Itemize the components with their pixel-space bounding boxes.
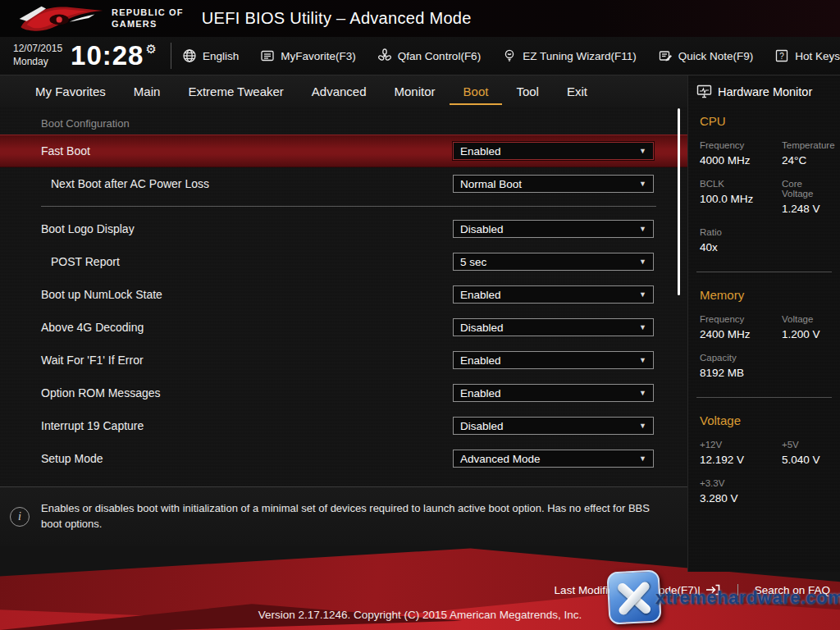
hwm-metric-value: 1.248 V	[782, 203, 835, 215]
globe-icon	[182, 48, 197, 63]
setting-dropdown[interactable]: Normal Boot ▼	[453, 175, 654, 193]
row-divider	[41, 206, 656, 207]
hwm-metric-value: 1.200 V	[782, 328, 835, 340]
setting-row[interactable]: Wait For 'F1' If Error Enabled ▼	[0, 344, 687, 377]
help-bar: i Enables or disables boot with initiali…	[0, 486, 687, 546]
setting-row[interactable]: Fast Boot Enabled ▼	[0, 135, 687, 167]
dropdown-value: Disabled	[460, 420, 639, 432]
hwm-metric-label: Capacity	[700, 353, 782, 363]
title-bar: REPUBLIC OF GAMERS UEFI BIOS Utility – A…	[0, 0, 840, 37]
setting-dropdown[interactable]: Advanced Mode ▼	[453, 450, 654, 468]
qfan-button[interactable]: Qfan Control(F6)	[377, 48, 481, 63]
setting-dropdown[interactable]: Disabled ▼	[453, 417, 654, 435]
setting-dropdown[interactable]: Enabled ▼	[453, 351, 654, 369]
hwm-group: CPU Frequency 4000 MHz Temperature 24°C …	[688, 114, 840, 253]
hwm-metric-value: 24°C	[782, 154, 835, 167]
setting-row[interactable]: Boot up NumLock State Enabled ▼	[0, 278, 687, 311]
hwm-group-title: CPU	[700, 114, 840, 128]
bulb-icon	[502, 48, 517, 63]
tab-monitor[interactable]: Monitor	[381, 78, 450, 105]
hwm-metric-label: Temperature	[782, 140, 835, 150]
hwm-group-title: Voltage	[700, 413, 840, 427]
hwm-metric: Frequency 2400 MHz	[700, 314, 782, 340]
quick-note-button[interactable]: Quick Note(F9)	[658, 48, 754, 63]
dropdown-value: Enabled	[460, 289, 639, 301]
ez-tuning-button[interactable]: EZ Tuning Wizard(F11)	[502, 48, 637, 63]
tab-boot[interactable]: Boot	[450, 78, 503, 105]
hardware-monitor-title: Hardware Monitor	[718, 85, 812, 98]
hwm-metric-label: +12V	[700, 440, 782, 450]
chevron-down-icon: ▼	[639, 454, 646, 463]
chevron-down-icon: ▼	[639, 147, 646, 155]
setting-row[interactable]: Next Boot after AC Power Loss Normal Boo…	[0, 167, 687, 200]
version-text: Version 2.17.1246. Copyright (C) 2015 Am…	[0, 609, 840, 621]
hwm-metric: BCLK 100.0 MHz	[700, 179, 782, 215]
hwm-metric-value: 100.0 MHz	[700, 193, 782, 205]
hwm-metric-label: +5V	[782, 440, 835, 450]
dropdown-value: Enabled	[460, 387, 639, 399]
tab-tool[interactable]: Tool	[502, 78, 553, 105]
setting-row[interactable]: Setup Mode Advanced Mode ▼	[0, 442, 687, 475]
hwm-groups: CPU Frequency 4000 MHz Temperature 24°C …	[688, 114, 840, 504]
hwm-metric: Frequency 4000 MHz	[700, 140, 782, 167]
myfavorite-icon	[260, 48, 275, 63]
note-icon	[658, 48, 673, 63]
setting-label: Interrupt 19 Capture	[41, 419, 144, 432]
hwm-metric-label: Voltage	[782, 314, 835, 324]
hwm-metric-label: +3.3V	[700, 478, 782, 488]
chevron-down-icon: ▼	[639, 258, 646, 266]
language-button[interactable]: English	[182, 48, 239, 63]
setting-dropdown[interactable]: Disabled ▼	[453, 220, 654, 238]
hot-keys-button[interactable]: ? Hot Keys	[774, 48, 840, 63]
hwm-metric-value: 40x	[700, 241, 782, 253]
hwm-metric: Temperature 24°C	[782, 140, 835, 167]
setting-dropdown[interactable]: 5 sec ▼	[453, 253, 654, 271]
tab-extreme-tweaker[interactable]: Extreme Tweaker	[174, 78, 297, 105]
hwm-metric-value: 4000 MHz	[700, 154, 782, 167]
setting-row[interactable]: Boot Logo Display Disabled ▼	[0, 212, 687, 245]
setting-row[interactable]: POST Report 5 sec ▼	[0, 245, 687, 278]
hardware-monitor-panel: Hardware Monitor CPU Frequency 4000 MHz …	[687, 75, 840, 572]
tab-exit[interactable]: Exit	[553, 78, 601, 105]
chevron-down-icon: ▼	[639, 422, 646, 430]
clock: 10:28⚙	[71, 40, 158, 71]
setting-dropdown[interactable]: Enabled ▼	[453, 285, 654, 304]
settings-panel: Boot Configuration Fast Boot Enabled ▼ N…	[0, 107, 687, 546]
date-label: 12/07/2015	[13, 43, 62, 56]
setting-dropdown[interactable]: Enabled ▼	[453, 142, 654, 160]
monitor-icon	[696, 84, 712, 98]
tab-main[interactable]: Main	[120, 78, 175, 105]
chevron-down-icon: ▼	[639, 356, 646, 364]
hwm-divider	[696, 397, 832, 398]
section-title: Boot Configuration	[0, 107, 687, 135]
bios-screen: REPUBLIC OF GAMERS UEFI BIOS Utility – A…	[0, 0, 840, 630]
setting-dropdown[interactable]: Disabled ▼	[453, 318, 654, 336]
hwm-metric-value: 8192 MB	[700, 367, 782, 379]
myfavorite-button[interactable]: MyFavorite(F3)	[260, 48, 356, 63]
setting-label: POST Report	[51, 255, 120, 268]
dropdown-value: Enabled	[460, 354, 639, 367]
dropdown-value: 5 sec	[460, 256, 639, 268]
fan-icon	[377, 48, 392, 63]
setting-row[interactable]: Interrupt 19 Capture Disabled ▼	[0, 409, 687, 442]
gear-icon[interactable]: ⚙	[145, 42, 157, 56]
hwm-metrics: Frequency 4000 MHz Temperature 24°C BCLK…	[688, 128, 840, 253]
chevron-down-icon: ▼	[639, 180, 646, 188]
scrollbar-thumb[interactable]	[678, 108, 680, 295]
svg-text:?: ?	[779, 52, 784, 61]
hwm-metric-value: 3.280 V	[700, 492, 782, 504]
setting-dropdown[interactable]: Enabled ▼	[453, 384, 654, 402]
watermark-logo	[606, 569, 661, 624]
tab-advanced[interactable]: Advanced	[298, 78, 381, 105]
setting-label: Next Boot after AC Power Loss	[51, 177, 209, 190]
hwm-metric: Core Voltage 1.248 V	[782, 179, 835, 215]
setting-label: Fast Boot	[41, 144, 90, 158]
page-title: UEFI BIOS Utility – Advanced Mode	[202, 9, 472, 28]
chevron-down-icon: ▼	[639, 389, 646, 397]
setting-row[interactable]: Above 4G Decoding Disabled ▼	[0, 311, 687, 344]
hwm-metric-label: Frequency	[700, 314, 782, 324]
question-icon: ?	[774, 48, 789, 63]
hwm-metric-value: 12.192 V	[700, 454, 782, 466]
setting-row[interactable]: Option ROM Messages Enabled ▼	[0, 377, 687, 409]
tab-my-favorites[interactable]: My Favorites	[21, 78, 120, 105]
